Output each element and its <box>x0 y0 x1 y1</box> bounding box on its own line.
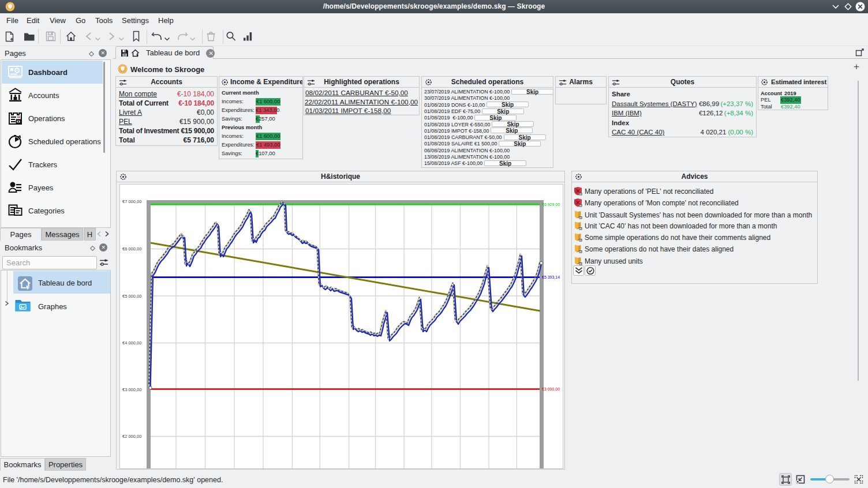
svg-text:€6 929,00: €6 929,00 <box>542 202 560 207</box>
svg-text:€3 000,00: €3 000,00 <box>542 387 560 391</box>
svg-text:€7 000,00: €7 000,00 <box>122 199 141 204</box>
svg-text:€3 000,00: €3 000,00 <box>122 387 141 392</box>
svg-text:€2 000,00: €2 000,00 <box>122 434 141 439</box>
svg-text:€5 393,14: €5 393,14 <box>542 275 560 279</box>
svg-text:€5 000,00: €5 000,00 <box>122 294 141 299</box>
svg-text:€6 000,00: €6 000,00 <box>122 246 141 251</box>
svg-text:€4 000,00: €4 000,00 <box>122 340 141 346</box>
